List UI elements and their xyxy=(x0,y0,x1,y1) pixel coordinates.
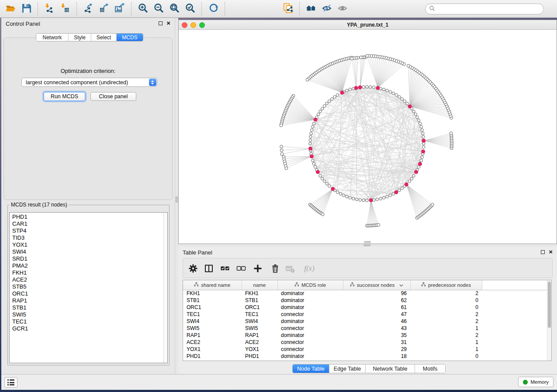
column-header-successor-nodes[interactable]: successor nodes xyxy=(343,280,410,290)
show-columns-icon[interactable] xyxy=(204,264,214,273)
memory-button[interactable]: Memory xyxy=(518,377,554,387)
memory-status-icon xyxy=(523,380,528,385)
cell-successor-nodes: 61 xyxy=(343,304,410,311)
zoom-fit-button[interactable] xyxy=(168,2,181,16)
mcds-result-item[interactable]: RAP1 xyxy=(10,297,163,304)
mcds-result-item[interactable]: ORC1 xyxy=(10,290,163,297)
cell-successor-nodes: 43 xyxy=(343,325,410,332)
mcds-result-item[interactable]: PMA2 xyxy=(10,262,163,269)
table-row[interactable]: ACE2ACE2connector311 xyxy=(183,339,547,346)
cell-MCDS-role: dominator xyxy=(277,353,343,360)
search-icon xyxy=(429,5,435,13)
criterion-selected-value: largest connected component (undirected) xyxy=(22,79,149,86)
vertical-splitter[interactable] xyxy=(175,18,178,374)
clone-network-button[interactable] xyxy=(281,2,294,16)
tab-motifs[interactable]: Motifs xyxy=(415,364,445,373)
import-network-file-button[interactable] xyxy=(43,2,56,16)
deselect-all-icon[interactable] xyxy=(236,264,246,273)
table-row[interactable]: RAP1RAP1dominator352 xyxy=(183,332,547,339)
delete-column-icon[interactable] xyxy=(270,264,280,273)
table-row[interactable]: PHD1PHD1dominator180 xyxy=(183,353,547,360)
vertical-splitter-handle[interactable] xyxy=(176,196,178,203)
export-network-button[interactable] xyxy=(82,2,95,16)
network-canvas[interactable] xyxy=(179,30,557,244)
horizontal-splitter-handle[interactable] xyxy=(363,244,370,246)
float-panel-icon[interactable] xyxy=(159,21,163,25)
column-header-MCDS-role[interactable]: MCDS role xyxy=(277,280,343,290)
open-file-button[interactable] xyxy=(4,2,17,16)
search-input[interactable] xyxy=(435,5,543,14)
column-header-predecessor-nodes[interactable]: predecessor nodes xyxy=(410,280,482,290)
cell-filler xyxy=(482,346,547,353)
import-network-file-icon xyxy=(44,3,55,15)
export-table-button[interactable] xyxy=(97,2,111,16)
table-row[interactable]: SWI4SWI4dominator462 xyxy=(183,318,547,325)
cell-shared-name: RAP1 xyxy=(183,332,242,339)
tab-node-table[interactable]: Node Table xyxy=(293,364,329,373)
close-panel-icon[interactable]: × xyxy=(166,19,170,27)
float-table-panel-icon[interactable] xyxy=(541,250,545,254)
main-toolbar xyxy=(0,0,557,18)
tab-network-table[interactable]: Network Table xyxy=(366,364,415,373)
tab-network[interactable]: Network xyxy=(36,34,69,41)
table-row[interactable]: YOX1YOX1connector291 xyxy=(183,346,547,353)
zoom-out-button[interactable] xyxy=(152,2,165,16)
cell-successor-nodes: 62 xyxy=(343,297,410,304)
tab-mcds[interactable]: MCDS xyxy=(117,34,143,41)
table-scrollbar[interactable] xyxy=(547,280,551,361)
mcds-result-item[interactable]: SRD1 xyxy=(10,255,163,262)
node-table-grid: shared namenameMCDS rolesuccessor nodesp… xyxy=(183,280,547,360)
table-row[interactable]: ORC1ORC1dominator610 xyxy=(183,304,547,311)
column-header-filler xyxy=(482,280,547,290)
mcds-result-item[interactable]: FKH1 xyxy=(10,269,163,276)
select-all-icon[interactable] xyxy=(220,264,230,273)
mcds-result-item[interactable]: TEC1 xyxy=(10,318,163,325)
mcds-result-item[interactable]: TID3 xyxy=(10,234,163,241)
new-column-icon[interactable] xyxy=(253,264,263,273)
mcds-result-item[interactable]: ACE2 xyxy=(10,276,163,283)
cell-filler xyxy=(482,311,547,318)
eye-disabled-button[interactable] xyxy=(336,2,349,16)
table-mode-icon[interactable] xyxy=(188,264,198,273)
table-row[interactable]: SWI5SWI5connector431 xyxy=(183,325,547,332)
export-image-button[interactable] xyxy=(113,2,126,16)
search-field[interactable] xyxy=(425,3,544,14)
zoom-in-button[interactable] xyxy=(136,2,149,16)
criterion-select[interactable]: largest connected component (undirected) xyxy=(21,78,157,87)
toolbar-separator xyxy=(299,2,300,15)
zoom-selected-button[interactable] xyxy=(183,2,197,16)
mcds-result-item[interactable]: STB5 xyxy=(10,283,163,290)
table-row[interactable]: TEC1TEC1connector472 xyxy=(183,311,547,318)
table-scrollbar-thumb[interactable] xyxy=(548,282,551,328)
canvas-hscroll-thumb[interactable] xyxy=(364,241,371,243)
eye-slash-button[interactable] xyxy=(320,2,333,16)
close-panel-button[interactable]: Close panel xyxy=(90,92,136,101)
mcds-result-item[interactable]: STP4 xyxy=(10,227,163,234)
close-table-panel-icon[interactable]: × xyxy=(549,248,553,255)
table-row[interactable]: FKH1FKH1dominator962 xyxy=(183,290,547,297)
column-header-name[interactable]: name xyxy=(242,280,277,290)
import-table-file-button[interactable] xyxy=(59,2,72,16)
mcds-list-scrollbar[interactable] xyxy=(163,213,167,363)
tab-style[interactable]: Style xyxy=(69,34,91,41)
cell-predecessor-nodes: 1 xyxy=(410,325,482,332)
cell-predecessor-nodes: 2 xyxy=(410,311,482,318)
mcds-result-item[interactable]: SWI5 xyxy=(10,311,163,318)
mcds-result-item[interactable]: GCR1 xyxy=(10,325,163,332)
mcds-result-item[interactable]: CAR1 xyxy=(10,220,163,227)
mcds-result-item[interactable]: SWI4 xyxy=(10,248,163,255)
mcds-result-item[interactable]: STB1 xyxy=(10,304,163,311)
tab-select[interactable]: Select xyxy=(91,34,117,41)
tab-edge-table[interactable]: Edge Table xyxy=(329,364,366,373)
status-menu-button[interactable] xyxy=(4,377,17,388)
mcds-result-item[interactable]: PHD1 xyxy=(10,213,163,220)
run-mcds-button[interactable]: Run MCDS xyxy=(44,92,85,101)
control-panel-tabs: NetworkStyleSelectMCDS xyxy=(36,33,143,41)
save-session-button[interactable] xyxy=(20,2,33,16)
houses-button[interactable] xyxy=(304,2,318,16)
column-header-shared-name[interactable]: shared name xyxy=(183,280,242,290)
table-row[interactable]: STB1STB1dominator620 xyxy=(183,297,547,304)
cell-predecessor-nodes: 1 xyxy=(410,339,482,346)
mcds-result-item[interactable]: YOX1 xyxy=(10,241,163,248)
apply-layout-button[interactable] xyxy=(207,2,220,16)
